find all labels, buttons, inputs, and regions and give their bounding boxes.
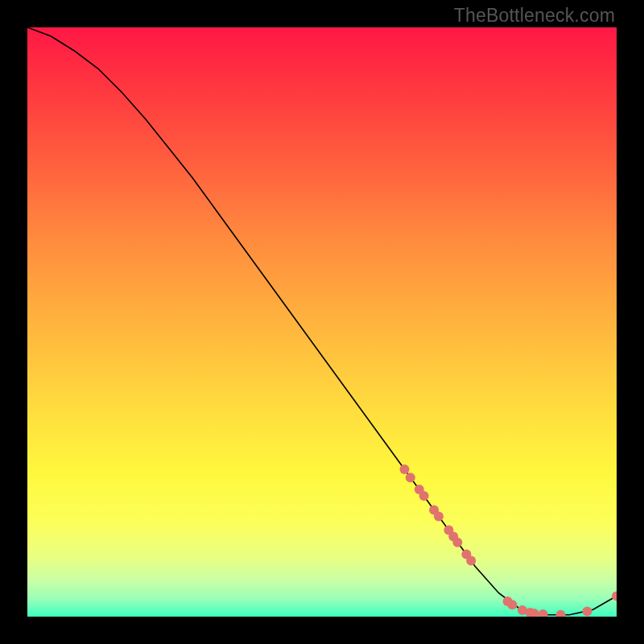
watermark-text: TheBottleneck.com xyxy=(454,5,615,27)
data-point xyxy=(539,609,548,617)
data-point xyxy=(612,591,617,601)
data-point xyxy=(419,491,429,501)
figure-outer: TheBottleneck.com xyxy=(0,0,644,644)
curve-line xyxy=(27,27,617,615)
marker-group xyxy=(399,464,617,617)
data-point xyxy=(399,464,409,474)
data-point xyxy=(406,473,415,482)
chart-svg xyxy=(27,27,617,617)
plot-area xyxy=(27,27,617,617)
data-point xyxy=(555,610,565,617)
data-point xyxy=(507,600,517,609)
data-point xyxy=(582,606,592,616)
data-point xyxy=(434,512,444,522)
data-point xyxy=(466,555,476,565)
data-point xyxy=(452,538,462,547)
